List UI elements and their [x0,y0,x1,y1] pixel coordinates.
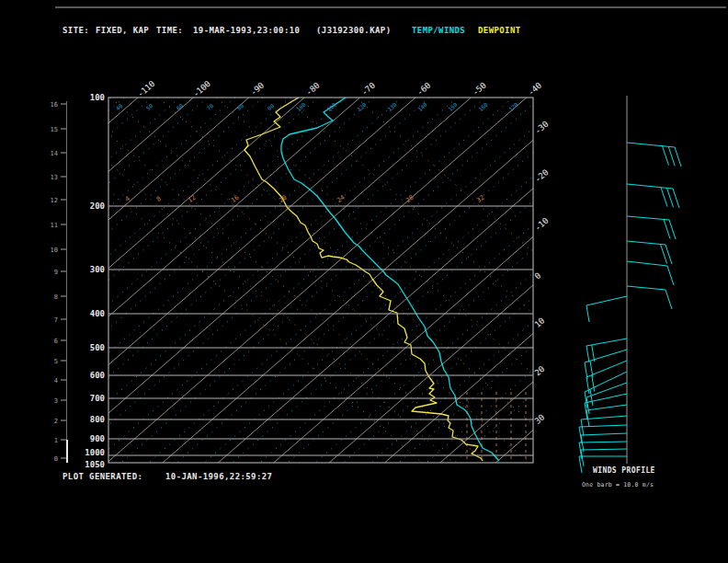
adiabat-dotted-line [216,98,635,463]
temp-top-label: -70 [359,81,377,98]
aux-dotted-line [0,98,402,463]
temp-right-label: 30 [533,412,547,426]
skewt-diagram: 1002003004005006007008009001000105016151… [0,0,728,563]
adiabat-dotted-line [67,98,486,463]
aux-dotted-line [121,98,540,463]
pressure-label: 1050 [85,460,105,469]
temp-right-label: -30 [533,120,551,136]
temp-top-label: -90 [248,81,266,98]
wind-barb [585,394,627,419]
adiabat-label: 8 [155,195,163,203]
km-label: 13 [51,174,58,181]
isotherm-line [329,98,728,463]
skewt-app-window: { "header": { "site_label": "SITE:", "si… [0,0,728,563]
aux-top-label: 130 [386,101,398,113]
aux-dotted-line [65,98,484,463]
temp-right-label: -20 [533,167,551,184]
pressure-label: 300 [90,265,105,274]
temp-top-label: -50 [471,81,488,98]
aux-top-label: 90 [266,102,275,111]
adiabat-dotted-line [110,98,529,463]
km-label: 15 [51,126,58,133]
km-label: 3 [54,397,58,405]
isotherm-line [163,98,582,463]
temp-top-label: -80 [304,81,322,98]
aux-top-label: 120 [356,101,368,113]
aux-top-label: 140 [416,101,428,113]
aux-dotted-line [370,98,728,463]
wind-barb [586,405,627,427]
aux-top-label: 70 [205,102,214,111]
wind-barb [627,286,672,309]
wind-barb [627,241,672,264]
temp-right-label: 10 [533,316,547,329]
aux-dotted-line [0,98,263,463]
temp-top-label: -100 [191,79,212,99]
wind-barb [627,216,676,239]
isotherm-line [0,98,304,463]
aux-top-label: 150 [447,101,459,113]
km-label: 0 [54,455,58,463]
pressure-label: 100 [90,93,105,102]
aux-top-label: 40 [114,102,123,111]
isotherm-line [0,98,249,463]
plot-area [0,98,728,463]
km-label: 10 [51,247,58,254]
pressure-label: 500 [90,343,105,352]
km-label: 7 [54,316,58,324]
aux-dotted-line [10,98,429,463]
temp-right-label: -10 [533,216,551,233]
aux-top-label: 170 [507,101,519,113]
aux-dotted-line [288,98,707,463]
aux-dotted-line [454,98,728,463]
wind-barb [627,143,681,167]
km-label: 14 [51,150,58,157]
temp-top-label: -40 [526,81,543,98]
aux-top-label: 100 [295,101,307,113]
pressure-label: 600 [90,371,105,380]
aux-dotted-line [0,98,208,463]
wind-barb [586,339,627,362]
isotherm-line [274,98,693,463]
km-label: 2 [54,418,58,425]
aux-top-label: 60 [175,102,184,111]
pressure-label: 400 [90,309,105,318]
temp-right-label: 20 [533,364,547,378]
km-label: 11 [51,222,58,229]
wind-barb [581,449,627,466]
aux-dotted-line [149,98,568,463]
isotherm-line [0,98,138,463]
chart-frame [108,98,533,463]
pressure-label: 800 [90,415,105,424]
aux-dotted-line [38,98,457,463]
aux-top-label: 50 [144,102,154,111]
wind-barb [586,361,627,394]
adiabat-label: 24 [336,194,347,204]
km-label: 9 [54,269,58,276]
km-label: 8 [54,293,58,301]
wind-barb [627,261,674,285]
aux-dotted-line [0,98,179,463]
isotherm-line [495,98,728,463]
pressure-label: 900 [90,434,105,443]
aux-dotted-line [204,98,623,463]
km-label: 6 [54,338,58,345]
pressure-label: 200 [90,201,105,211]
aux-top-label: 160 [477,101,489,113]
km-label: 12 [51,197,58,204]
adiabat-dotted-line [158,98,577,463]
dewpoint-curve [245,98,483,461]
adiabat-dotted-line [285,98,704,463]
pressure-label: 1000 [85,448,105,457]
isotherm-line [51,98,471,463]
isotherm-line [0,98,193,463]
wind-barb [627,184,679,208]
temp-top-label: -60 [415,81,433,98]
aux-top-label: 110 [325,101,337,113]
temp-right-label: 0 [533,270,543,281]
km-label: 16 [51,101,58,109]
aux-dotted-line [427,98,728,463]
aux-dotted-line [0,98,235,463]
km-label: 1 [54,437,58,444]
wind-barb [579,456,627,473]
